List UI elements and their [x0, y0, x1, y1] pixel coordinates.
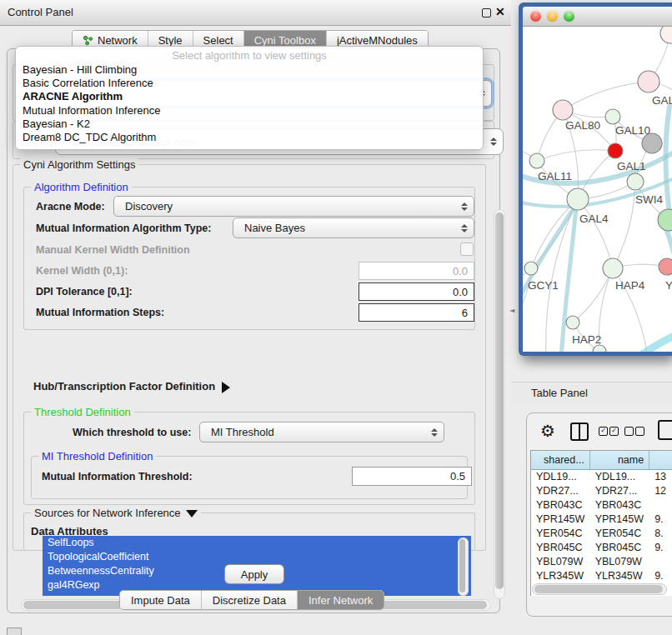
minimized-icon[interactable]	[7, 628, 22, 635]
mi-type-combo[interactable]: Naive Bayes	[233, 218, 474, 238]
mi-threshold-field[interactable]: 0.5	[352, 467, 472, 486]
table-cell[interactable]: YPR145W	[531, 512, 590, 527]
table-cell[interactable]	[649, 498, 672, 512]
table-row[interactable]: YBR045CYBR045C9.	[531, 541, 672, 555]
dropdown-item[interactable]: Bayesian - Hill Climbing	[16, 63, 483, 77]
table-cell[interactable]: 9.	[649, 512, 672, 527]
table-cell[interactable]: YLR345W	[531, 569, 590, 583]
table-cell[interactable]: YBL079W	[531, 555, 590, 569]
network-node[interactable]	[660, 27, 672, 43]
table-cell[interactable]: YER054C	[590, 527, 650, 541]
kernel-width-field[interactable]: 0.0	[359, 262, 474, 280]
table-cell[interactable]: 9.	[649, 569, 672, 583]
table-cell[interactable]: 12	[649, 484, 672, 498]
network-node[interactable]	[593, 345, 606, 352]
dpi-tolerance-field[interactable]: 0.0	[359, 282, 474, 301]
scrollbar-thumb[interactable]	[495, 212, 504, 589]
list-item[interactable]: SelfLoops	[43, 536, 471, 550]
network-node[interactable]	[605, 109, 620, 124]
network-edge[interactable]	[563, 82, 649, 110]
network-edge-highlighted[interactable]	[636, 333, 672, 352]
mi-steps-field[interactable]: 6	[359, 303, 474, 322]
network-node-GAL80[interactable]	[553, 100, 573, 120]
table-cell[interactable]: 9.	[649, 541, 672, 555]
network-window-titlebar[interactable]	[523, 7, 672, 27]
table-row[interactable]: YPR145WYPR145W9.	[531, 512, 672, 527]
table-cell[interactable]: YBR043C	[531, 498, 590, 512]
dropdown-item[interactable]: Bayesian - K2	[16, 118, 483, 131]
settings-vertical-scrollbar[interactable]	[494, 209, 505, 599]
gear-icon[interactable]: ⚙	[540, 421, 555, 441]
table-row[interactable]: YBL079WYBL079W	[531, 555, 672, 569]
which-threshold-combo[interactable]: MI Threshold	[199, 422, 444, 442]
network-edge-highlighted[interactable]	[666, 107, 671, 225]
aracne-mode-combo[interactable]: Discovery	[113, 196, 474, 217]
network-node-SWI4[interactable]	[658, 209, 672, 231]
list-item[interactable]: TopologicalCoefficient	[43, 550, 471, 564]
table-cell[interactable]: YDL19...	[531, 470, 590, 484]
minimize-traffic-light[interactable]	[547, 11, 558, 22]
column-header-name[interactable]: name	[590, 451, 650, 469]
table-cell[interactable]: YBR045C	[531, 541, 590, 555]
tab-impute-data[interactable]: Impute Data	[120, 591, 202, 609]
table-cell[interactable]: YPR145W	[590, 512, 650, 527]
dropdown-item[interactable]: Mutual Information Inference	[16, 104, 483, 118]
column-header-partial[interactable]	[649, 451, 672, 469]
table-cell[interactable]: 13	[649, 470, 672, 484]
network-node-GAL4[interactable]	[567, 188, 589, 210]
dropdown-item[interactable]: Dream8 DC_TDC Algorithm	[16, 131, 483, 144]
table-cell[interactable]: YBR045C	[590, 541, 650, 555]
network-node-GAL11[interactable]	[529, 153, 544, 168]
splitter-grabber-icon[interactable]: ◄	[509, 307, 514, 314]
float-window-icon[interactable]	[482, 8, 491, 18]
sources-toggle[interactable]: Sources for Network Inference	[31, 507, 201, 519]
tab-infer-network[interactable]: Infer Network	[298, 591, 384, 609]
network-node-GAL[interactable]	[638, 71, 659, 92]
network-node-HAP4[interactable]	[603, 258, 623, 278]
table-row[interactable]: YLR345WYLR345W9.	[531, 569, 672, 583]
table-row[interactable]: YDR27...YDR27...12	[531, 484, 672, 498]
network-window[interactable]: GALGAL80GAL10GAL11GAL1GAL4SWI4GCY1HAP4YH…	[519, 2, 672, 356]
table-cell[interactable]: YBR043C	[590, 498, 650, 512]
apply-button[interactable]: Apply	[224, 564, 284, 584]
dropdown-item[interactable]: Basic Correlation Inference	[16, 77, 483, 90]
checked-checkbox-icon[interactable]: ✓	[609, 427, 619, 436]
list-vertical-scrollbar[interactable]	[458, 538, 469, 596]
network-node[interactable]	[608, 143, 623, 158]
table-row[interactable]: YDL19...YDL19...13	[531, 470, 672, 484]
table-cell[interactable]: YDR27...	[531, 484, 590, 498]
columns-icon[interactable]	[570, 422, 589, 441]
table-icon[interactable]	[658, 420, 672, 440]
tab-discretize-data[interactable]: Discretize Data	[202, 591, 298, 609]
table-cell[interactable]: YLR345W	[590, 569, 650, 583]
node-table[interactable]: shared... name YDL19...YDL19...13YDR27..…	[530, 450, 672, 596]
table-cell[interactable]: YER054C	[531, 527, 590, 541]
close-window-icon[interactable]: ✕	[495, 5, 505, 18]
checked-checkbox-icon[interactable]: ✓	[599, 427, 608, 436]
table-cell[interactable]: YBL079W	[590, 555, 650, 569]
table-row[interactable]: YER054CYER054C8.	[531, 527, 672, 541]
table-cell[interactable]: YDL19...	[590, 470, 650, 484]
table-row[interactable]: YBR043CYBR043C	[531, 498, 672, 512]
close-traffic-light[interactable]	[530, 11, 541, 22]
network-node-GAL1[interactable]	[627, 173, 644, 190]
unchecked-checkbox-icon[interactable]	[624, 427, 634, 436]
unchecked-checkbox-icon[interactable]	[635, 427, 644, 436]
scrollbar-thumb[interactable]	[534, 585, 663, 593]
network-node-GCY1[interactable]	[524, 262, 538, 275]
network-node-Y[interactable]	[659, 258, 672, 275]
network-edge[interactable]	[578, 199, 613, 268]
table-cell[interactable]: YDR27...	[590, 484, 650, 498]
scrollbar-thumb[interactable]	[459, 539, 465, 592]
network-edge-highlighted[interactable]	[561, 208, 576, 352]
table-cell[interactable]	[649, 555, 672, 569]
dropdown-item[interactable]: ARACNE Algorithm	[16, 90, 483, 103]
zoom-traffic-light[interactable]	[564, 11, 574, 22]
network-canvas[interactable]: GALGAL80GAL10GAL11GAL1GAL4SWI4GCY1HAP4YH…	[523, 27, 672, 352]
column-header-shared[interactable]: shared...	[531, 451, 590, 469]
table-horizontal-scrollbar[interactable]	[532, 583, 667, 595]
network-node-HAP2[interactable]	[566, 316, 579, 329]
manual-kernel-checkbox[interactable]	[460, 242, 474, 256]
table-cell[interactable]: 8.	[649, 527, 672, 541]
hub-definition-toggle[interactable]: Hub/Transcription Factor Definition	[33, 380, 230, 393]
